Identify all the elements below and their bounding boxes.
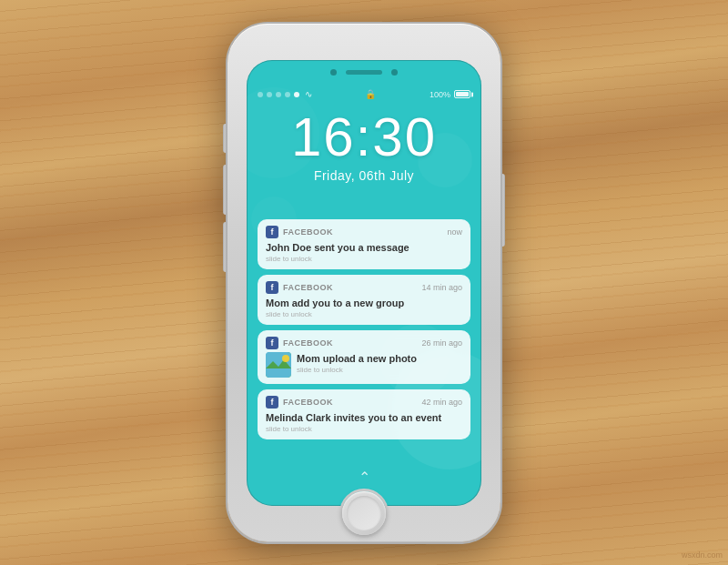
notif-app-name-1: FACEBOOK bbox=[283, 283, 333, 292]
notif-main-text-1: Mom add you to a new group bbox=[266, 297, 462, 309]
facebook-icon-0: f bbox=[266, 226, 278, 238]
notif-main-text-2: Mom upload a new photo bbox=[297, 352, 462, 365]
notif-body-2: Mom upload a new photo slide to unlock bbox=[266, 352, 462, 378]
wifi-icon: ∿ bbox=[305, 89, 312, 99]
signal-dot-1 bbox=[258, 92, 263, 97]
front-camera bbox=[330, 69, 337, 76]
notif-text-area-3: Melinda Clark invites you to an event sl… bbox=[266, 411, 462, 433]
notif-app-name-3: FACEBOOK bbox=[283, 398, 333, 407]
notif-time-0: now bbox=[447, 227, 462, 237]
lock-icon: 🔒 bbox=[365, 89, 376, 99]
notif-sub-text-1: slide to unlock bbox=[266, 310, 462, 318]
notif-text-area-0: John Doe sent you a message slide to unl… bbox=[266, 241, 462, 263]
watermark: wsxdn.com bbox=[682, 550, 723, 560]
notification-3[interactable]: f FACEBOOK 42 min ago Melinda Clark invi… bbox=[258, 389, 470, 439]
notif-text-area-1: Mom add you to a new group slide to unlo… bbox=[266, 297, 462, 318]
status-right: 100% bbox=[430, 90, 470, 99]
power-button[interactable] bbox=[501, 174, 505, 247]
facebook-icon-1: f bbox=[266, 281, 278, 294]
notif-sub-text-2: slide to unlock bbox=[297, 366, 462, 374]
notification-0[interactable]: f FACEBOOK now John Doe sent you a messa… bbox=[258, 219, 470, 269]
svg-point-2 bbox=[282, 355, 289, 362]
speaker bbox=[346, 70, 382, 75]
notif-app-row-0: f FACEBOOK bbox=[266, 226, 333, 238]
home-button-inner bbox=[347, 496, 381, 530]
swipe-up-indicator: ⌃ bbox=[359, 469, 370, 486]
notif-body-3: Melinda Clark invites you to an event sl… bbox=[266, 411, 462, 433]
notification-1[interactable]: f FACEBOOK 14 min ago Mom add you to a n… bbox=[258, 275, 470, 325]
clock-time: 16:30 bbox=[247, 110, 481, 165]
notif-app-row-3: f FACEBOOK bbox=[266, 396, 333, 409]
signal-dot-2 bbox=[267, 92, 272, 97]
volume-down-button[interactable] bbox=[223, 222, 227, 272]
notif-main-text-3: Melinda Clark invites you to an event bbox=[266, 411, 462, 424]
facebook-icon-2: f bbox=[266, 337, 278, 349]
notif-body-0: John Doe sent you a message slide to unl… bbox=[266, 241, 462, 263]
signal-dot-5 bbox=[294, 92, 299, 97]
notif-app-name-0: FACEBOOK bbox=[283, 227, 333, 237]
notif-time-3: 42 min ago bbox=[421, 398, 462, 407]
notif-time-1: 14 min ago bbox=[421, 283, 462, 292]
facebook-icon-3: f bbox=[266, 396, 278, 409]
top-notch-area bbox=[247, 60, 481, 86]
home-button[interactable] bbox=[342, 491, 386, 535]
notif-app-row-2: f FACEBOOK bbox=[266, 337, 333, 349]
clock-section: 16:30 Friday, 06th July bbox=[247, 110, 481, 183]
sensor-dot bbox=[391, 69, 398, 76]
notification-2[interactable]: f FACEBOOK 26 min ago bbox=[258, 330, 470, 384]
battery-fill bbox=[456, 92, 469, 96]
notif-sub-text-0: slide to unlock bbox=[266, 255, 462, 263]
notifications-list: f FACEBOOK now John Doe sent you a messa… bbox=[258, 219, 470, 440]
notif-text-area-2: Mom upload a new photo slide to unlock bbox=[297, 352, 462, 374]
battery-icon bbox=[454, 90, 470, 98]
notif-header-2: f FACEBOOK 26 min ago bbox=[266, 337, 462, 349]
signal-dot-4 bbox=[285, 92, 290, 97]
notif-header-1: f FACEBOOK 14 min ago bbox=[266, 281, 462, 294]
notif-thumbnail-2 bbox=[266, 352, 291, 378]
notif-sub-text-3: slide to unlock bbox=[266, 425, 462, 433]
notif-main-text-0: John Doe sent you a message bbox=[266, 241, 462, 254]
clock-date: Friday, 06th July bbox=[247, 168, 481, 183]
notif-thumb-photo-2 bbox=[266, 352, 291, 378]
notif-body-1: Mom add you to a new group slide to unlo… bbox=[266, 297, 462, 318]
notif-app-name-2: FACEBOOK bbox=[283, 338, 333, 348]
signal-dot-3 bbox=[276, 92, 281, 97]
phone-screen: ∿ 🔒 100% 16:30 Friday, 06th July f bbox=[247, 60, 481, 506]
notif-time-2: 26 min ago bbox=[421, 338, 462, 348]
phone-shell: ∿ 🔒 100% 16:30 Friday, 06th July f bbox=[228, 24, 500, 542]
notif-header-0: f FACEBOOK now bbox=[266, 226, 462, 238]
battery-percent: 100% bbox=[430, 90, 450, 99]
mute-button[interactable] bbox=[223, 124, 227, 153]
notif-header-3: f FACEBOOK 42 min ago bbox=[266, 396, 462, 409]
status-bar: ∿ 🔒 100% bbox=[247, 86, 481, 104]
status-left: ∿ bbox=[258, 89, 312, 99]
photo-thumb-svg bbox=[266, 352, 291, 378]
notif-app-row-1: f FACEBOOK bbox=[266, 281, 333, 294]
volume-up-button[interactable] bbox=[223, 165, 227, 215]
